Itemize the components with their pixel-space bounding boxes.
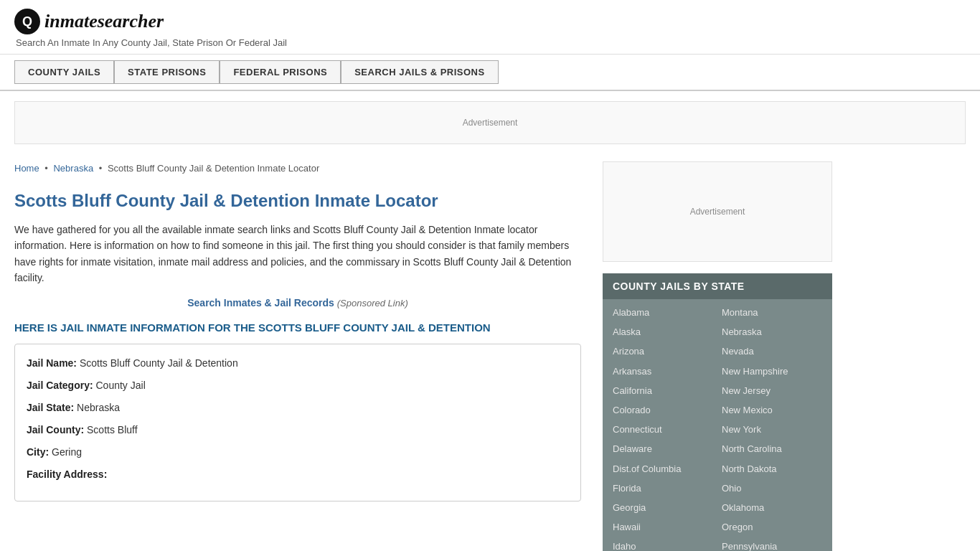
state-box-title: COUNTY JAILS BY STATE: [603, 273, 832, 299]
jail-name-val: Scotts Bluff County Jail & Detention: [80, 357, 238, 369]
facility-address-label: Facility Address:: [27, 468, 107, 480]
state-link[interactable]: New Hampshire: [717, 362, 826, 381]
breadcrumb-sep1: •: [44, 163, 50, 174]
state-link[interactable]: Dist.of Columbia: [608, 460, 717, 479]
site-header: Q inmatesearcher Search An Inmate In Any…: [0, 0, 980, 55]
jail-category-value: County Jail: [95, 380, 145, 391]
state-link[interactable]: North Dakota: [717, 460, 826, 479]
sidebar-ad: Advertisement: [603, 161, 832, 262]
state-link[interactable]: Hawaii: [608, 518, 717, 537]
state-link[interactable]: Connecticut: [608, 420, 717, 439]
nav-state-prisons[interactable]: STATE PRISONS: [114, 60, 220, 84]
state-box: COUNTY JAILS BY STATE AlabamaMontanaAlas…: [603, 273, 832, 551]
state-link[interactable]: North Carolina: [717, 440, 826, 458]
city-value: Gering: [52, 446, 82, 458]
state-link[interactable]: Nebraska: [717, 323, 826, 342]
main-nav: COUNTY JAILS STATE PRISONS FEDERAL PRISO…: [0, 55, 980, 91]
jail-category-row: Jail Category: County Jail: [27, 378, 569, 393]
state-link[interactable]: Arizona: [608, 342, 717, 361]
nav-search-jails[interactable]: SEARCH JAILS & PRISONS: [341, 60, 498, 84]
sidebar: Advertisement COUNTY JAILS BY STATE Alab…: [603, 154, 832, 551]
jail-state-value: Nebraska: [77, 402, 120, 413]
state-link[interactable]: Pennsylvania: [717, 537, 826, 551]
page-layout: Home • Nebraska • Scotts Bluff County Ja…: [0, 154, 980, 551]
jail-county-value: Scotts Bluff: [87, 424, 138, 435]
breadcrumb-current: Scotts Bluff County Jail & Detention Inm…: [108, 163, 319, 174]
logo-area: Q inmatesearcher: [14, 9, 966, 34]
logo-text: inmatesearcher: [44, 11, 164, 32]
state-link[interactable]: California: [608, 382, 717, 400]
city-row: City: Gering: [27, 445, 569, 460]
jail-name-label: Jail Name:: [27, 357, 77, 369]
state-grid: AlabamaMontanaAlaskaNebraskaArizonaNevad…: [603, 299, 832, 551]
jail-county-label: Jail County:: [27, 424, 84, 435]
jail-state-label: Jail State:: [27, 402, 74, 413]
state-link[interactable]: Ohio: [717, 479, 826, 498]
jail-state-row: Jail State: Nebraska: [27, 400, 569, 415]
sponsored-link-section: Search Inmates & Jail Records (Sponsored…: [14, 297, 581, 309]
jail-name-row: Jail Name: Scotts Bluff County Jail & De…: [27, 356, 569, 371]
nav-buttons: COUNTY JAILS STATE PRISONS FEDERAL PRISO…: [14, 60, 966, 84]
state-link[interactable]: Alaska: [608, 323, 717, 342]
state-link[interactable]: Arkansas: [608, 362, 717, 381]
site-tagline: Search An Inmate In Any County Jail, Sta…: [16, 37, 966, 48]
page-title: Scotts Bluff County Jail & Detention Inm…: [14, 191, 581, 212]
city-label: City:: [27, 446, 49, 458]
state-link[interactable]: Nevada: [717, 342, 826, 361]
nav-federal-prisons[interactable]: FEDERAL PRISONS: [220, 60, 341, 84]
jail-county-row: Jail County: Scotts Bluff: [27, 423, 569, 438]
state-link[interactable]: Oregon: [717, 518, 826, 537]
state-link[interactable]: Oklahoma: [717, 499, 826, 517]
sponsored-label-text: (Sponsored Link): [337, 298, 408, 309]
top-ad-banner: Advertisement: [14, 101, 966, 144]
breadcrumb: Home • Nebraska • Scotts Bluff County Ja…: [14, 154, 581, 179]
breadcrumb-sep2: •: [99, 163, 105, 174]
state-link[interactable]: New York: [717, 420, 826, 439]
state-link[interactable]: New Mexico: [717, 401, 826, 420]
main-content: Home • Nebraska • Scotts Bluff County Ja…: [14, 154, 603, 551]
state-link[interactable]: Alabama: [608, 303, 717, 322]
state-link[interactable]: Georgia: [608, 499, 717, 517]
breadcrumb-state[interactable]: Nebraska: [53, 163, 93, 174]
state-link[interactable]: Montana: [717, 303, 826, 322]
jail-info-box: Jail Name: Scotts Bluff County Jail & De…: [14, 344, 581, 501]
state-link[interactable]: Idaho: [608, 537, 717, 551]
breadcrumb-home[interactable]: Home: [14, 163, 39, 174]
facility-address-row: Facility Address:: [27, 467, 569, 482]
state-link[interactable]: Delaware: [608, 440, 717, 458]
jail-category-label: Jail Category:: [27, 380, 93, 391]
section-heading: HERE IS JAIL INMATE INFORMATION FOR THE …: [14, 320, 581, 335]
state-link[interactable]: Florida: [608, 479, 717, 498]
logo-icon: Q: [14, 9, 40, 34]
page-description: We have gathered for you all the availab…: [14, 222, 581, 286]
state-link[interactable]: New Jersey: [717, 382, 826, 400]
sponsored-link[interactable]: Search Inmates & Jail Records: [187, 297, 334, 309]
state-link[interactable]: Colorado: [608, 401, 717, 420]
nav-county-jails[interactable]: COUNTY JAILS: [14, 60, 114, 84]
